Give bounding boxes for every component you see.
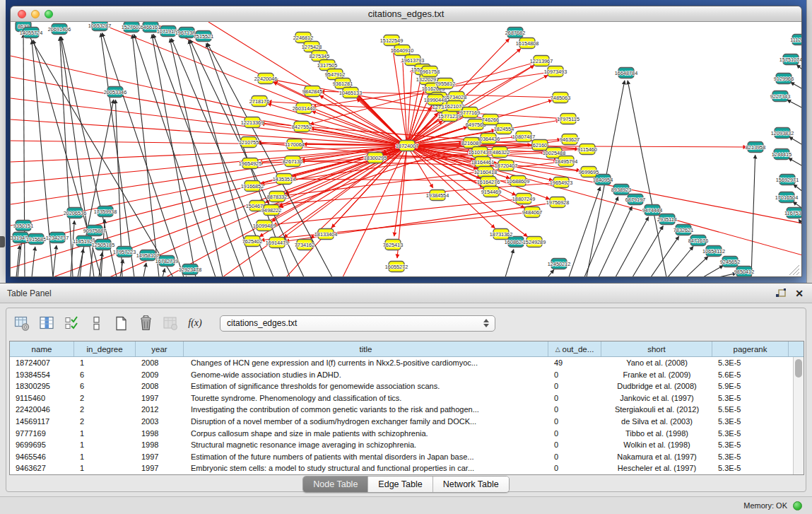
column-header-title[interactable]: title — [184, 341, 548, 356]
network-edge-red[interactable] — [407, 146, 802, 255]
network-edge-black[interactable] — [791, 82, 802, 89]
table-row[interactable]: 1456911722003Disruption of a novel membe… — [10, 416, 804, 428]
close-window-icon[interactable] — [18, 10, 26, 18]
node-label: 6734028 — [447, 94, 466, 100]
network-edge-black[interactable] — [32, 247, 35, 277]
node-label: 16099489 — [253, 223, 276, 229]
cell-in_degree: 6 — [74, 380, 136, 392]
cell-name: 22420046 — [10, 404, 74, 416]
column-checklist-icon[interactable] — [63, 315, 80, 332]
scrollbar-thumb[interactable] — [795, 359, 802, 378]
network-edge-black[interactable] — [186, 276, 187, 277]
network-edge-black[interactable] — [796, 64, 802, 70]
network-edge-black[interactable] — [668, 246, 693, 277]
network-window-titlebar[interactable]: citations_edges.txt — [11, 6, 801, 22]
cell-year: 2008 — [136, 380, 184, 392]
cell-year: 1998 — [136, 428, 184, 440]
network-edge-black[interactable] — [632, 226, 663, 277]
node-label: 7832621 — [673, 227, 693, 233]
network-canvas[interactable]: 8633140557242069140610653287152760264661… — [11, 22, 802, 277]
network-edge-black[interactable] — [751, 155, 755, 277]
tab-node-table[interactable]: Node Table — [303, 477, 368, 492]
network-edge-black[interactable] — [599, 206, 632, 277]
table-row[interactable]: 1938455462009Genome-wide association stu… — [10, 369, 804, 381]
column-header-short[interactable]: short — [601, 341, 712, 356]
cell-in_degree: 2 — [74, 404, 136, 416]
table-row[interactable]: 1872400712008Changes of HCN gene express… — [10, 357, 804, 369]
network-edge-red[interactable] — [11, 146, 407, 204]
table-row[interactable]: 969969511998Structural magnetic resonanc… — [10, 439, 804, 451]
cell-year: 2003 — [136, 416, 184, 428]
network-edge-black[interactable] — [505, 250, 514, 277]
row-height-icon[interactable] — [88, 315, 105, 332]
table-row[interactable]: 977716911998Corpus callosum shape and si… — [10, 428, 804, 440]
table-row[interactable]: 1830029562008Estimation of significance … — [10, 380, 804, 392]
node-label: 7734162 — [295, 242, 314, 248]
table-row[interactable]: 2242004622012Investigating the contribut… — [10, 404, 804, 416]
close-panel-icon[interactable]: ✕ — [795, 288, 804, 298]
node-label: 10654112 — [702, 248, 725, 255]
canvas-resize-grip[interactable] — [796, 272, 799, 275]
zoom-window-icon[interactable] — [45, 10, 53, 18]
network-edge-black[interactable] — [628, 81, 666, 277]
float-panel-icon[interactable] — [775, 288, 787, 298]
network-edge-black[interactable] — [170, 39, 223, 277]
node-label: 9842845 — [302, 88, 322, 95]
network-edge-black[interactable] — [548, 269, 554, 277]
network-edge-black[interactable] — [163, 269, 165, 277]
network-edge-black[interactable] — [787, 100, 802, 108]
cell-in_degree: 1 — [74, 357, 136, 369]
cell-year: 1997 — [136, 451, 184, 463]
minimize-window-icon[interactable] — [31, 10, 40, 18]
network-edge-red[interactable] — [273, 199, 524, 225]
table-row[interactable]: 911546021997Tourette syndrome. Phenomeno… — [10, 392, 804, 404]
network-edge-black[interactable] — [143, 263, 146, 277]
node-label: 9245652 — [720, 259, 740, 265]
network-view[interactable]: 8633140557242069140610653287152760264661… — [11, 22, 802, 277]
network-edge-black[interactable] — [794, 185, 802, 192]
tab-edge-table[interactable]: Edge Table — [368, 477, 433, 492]
table-scrollbar[interactable] — [793, 357, 804, 474]
canvas-resize-grip[interactable] — [793, 269, 799, 275]
column-header-year[interactable]: year — [136, 341, 184, 356]
tab-network-table[interactable]: Network Table — [433, 477, 509, 492]
node-label: 7486322 — [490, 149, 510, 156]
table-options-icon[interactable] — [13, 315, 30, 332]
node-label: 1915685 — [26, 236, 46, 243]
column-label: name — [32, 345, 52, 354]
cell-in_degree: 1 — [74, 439, 136, 451]
network-edge-black[interactable] — [134, 34, 216, 277]
network-edge-black[interactable] — [584, 197, 618, 277]
cell-title: Structural magnetic resonance image aver… — [184, 439, 548, 451]
table-selector-dropdown[interactable]: citations_edges.txt — [220, 315, 495, 332]
network-window[interactable]: citations_edges.txt 86331405572420691406… — [10, 6, 802, 277]
column-header-name[interactable]: name — [10, 341, 74, 356]
new-document-icon[interactable] — [112, 315, 129, 332]
delete-trash-icon[interactable] — [137, 315, 154, 332]
node-label: 9474444 — [642, 207, 662, 214]
column-header-in_degree[interactable]: in_degree — [74, 341, 136, 356]
table-row[interactable]: 946362711997Embryonic stem cells: a mode… — [10, 462, 804, 474]
control-panel-handle[interactable] — [0, 236, 5, 247]
network-edge-black[interactable] — [686, 257, 708, 277]
node-label: 18495794 — [555, 158, 577, 165]
memory-status-icon[interactable] — [793, 501, 802, 510]
network-edge-black[interactable] — [616, 217, 649, 277]
node-label: 1167533 — [784, 210, 802, 216]
table-row[interactable]: 946554611997Estimation of the future num… — [10, 451, 804, 463]
cell-in_degree: 6 — [74, 369, 136, 381]
column-header-pagerank[interactable]: pagerank — [712, 341, 789, 356]
node-label: 1527602 — [122, 24, 141, 30]
select-columns-icon[interactable] — [38, 315, 55, 332]
network-edge-red[interactable] — [286, 146, 407, 277]
cell-title: Estimation of the future numbers of pati… — [184, 451, 548, 463]
node-label: 10653287 — [88, 23, 111, 29]
network-edge-black[interactable] — [53, 245, 57, 277]
network-edge-black[interactable] — [789, 158, 802, 166]
function-builder-icon[interactable]: f(x) — [187, 315, 204, 332]
column-header-out_degree[interactable]: △out_de... — [548, 341, 601, 356]
table-panel-header[interactable]: Table Panel ✕ — [0, 283, 812, 303]
cell-pagerank: 5.3E-5 — [712, 451, 789, 463]
network-edge-black[interactable] — [703, 266, 723, 277]
network-edge-black[interactable] — [789, 137, 802, 145]
